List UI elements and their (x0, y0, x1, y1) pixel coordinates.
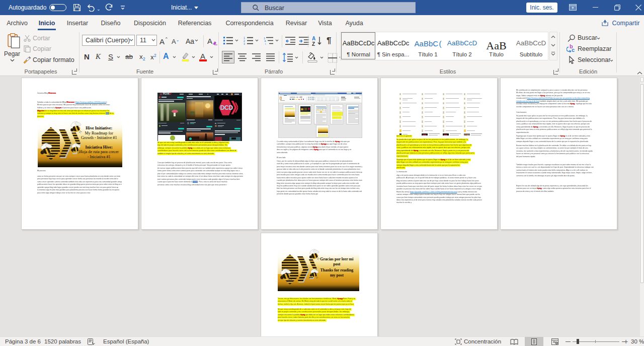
svg-text:i: i (265, 42, 266, 45)
svg-text:DCD: DCD (220, 104, 233, 111)
svg-text:3: 3 (244, 42, 245, 45)
